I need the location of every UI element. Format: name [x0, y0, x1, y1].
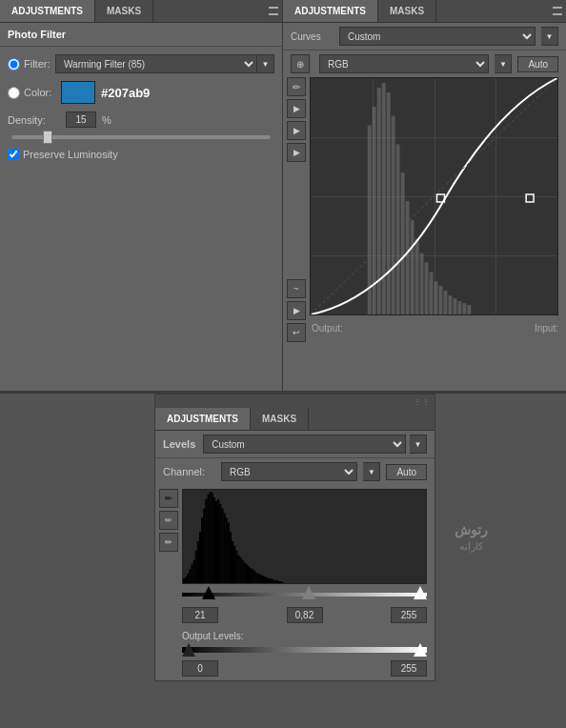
input-label: Input:	[535, 323, 558, 334]
svg-rect-57	[248, 566, 250, 583]
black-point-thumb[interactable]	[202, 586, 215, 599]
svg-rect-20	[462, 303, 466, 314]
right-panel-tabs: ADJUSTMENTS MASKS	[283, 0, 566, 23]
curves-preset-select[interactable]: Custom	[339, 27, 536, 46]
eyedropper-black[interactable]: ▶	[287, 99, 306, 118]
filter-radio-label[interactable]: Filter:	[8, 58, 55, 71]
svg-rect-14	[435, 281, 438, 314]
svg-rect-25	[183, 578, 185, 583]
tab-masks-left[interactable]: MASKS	[95, 0, 153, 22]
output-white-thumb[interactable]	[414, 643, 427, 657]
svg-rect-50	[233, 546, 235, 583]
filter-dropdown-arrow[interactable]: ▼	[257, 54, 274, 73]
svg-rect-30	[193, 560, 195, 584]
output-levels-label: Output Levels:	[182, 631, 427, 641]
svg-rect-46	[226, 517, 228, 583]
density-input[interactable]	[66, 111, 96, 128]
input-slider[interactable]	[182, 586, 427, 603]
output-black-thumb[interactable]	[182, 643, 195, 657]
svg-rect-10	[415, 239, 419, 314]
density-slider-track[interactable]	[11, 135, 271, 139]
density-slider-thumb[interactable]	[43, 131, 52, 144]
svg-rect-12	[425, 262, 429, 314]
levels-histogram-svg	[183, 490, 426, 583]
levels-channel-select[interactable]: RGB	[221, 462, 357, 481]
curves-auto-button[interactable]: Auto	[517, 56, 558, 72]
levels-preset-arrow[interactable]: ▼	[410, 435, 427, 454]
curves-dropdown-arrow[interactable]: ▼	[541, 27, 558, 46]
eyedropper-white[interactable]: ▶	[287, 143, 306, 162]
channel-dropdown-arrow[interactable]: ▼	[495, 54, 512, 73]
tab-adjustments-right[interactable]: ADJUSTMENTS	[283, 0, 378, 22]
svg-rect-56	[246, 564, 248, 583]
filter-row: Filter: Warming Filter (85) ▼	[8, 54, 274, 73]
svg-rect-48	[230, 532, 232, 583]
color-swatch[interactable]	[61, 81, 95, 104]
levels-eyedropper-white[interactable]: ✏	[159, 533, 178, 552]
tab-masks-levels[interactable]: MASKS	[251, 408, 309, 430]
svg-rect-54	[242, 560, 244, 584]
input-black-value[interactable]	[182, 607, 218, 623]
tab-masks-right[interactable]: MASKS	[378, 0, 436, 22]
preserve-luminosity-checkbox[interactable]	[8, 149, 19, 160]
svg-rect-52	[237, 556, 239, 583]
svg-rect-21	[467, 305, 471, 314]
output-black-value[interactable]	[182, 660, 218, 677]
levels-drag-bar[interactable]: ⋮⋮	[155, 394, 435, 408]
watermark: رتوش کارانه	[433, 515, 509, 562]
tab-adjustments-left[interactable]: ADJUSTMENTS	[0, 0, 95, 22]
midpoint-thumb[interactable]	[302, 586, 315, 599]
filter-select[interactable]: Warming Filter (85)	[55, 54, 257, 73]
svg-rect-11	[420, 253, 424, 314]
levels-auto-button[interactable]: Auto	[386, 464, 427, 480]
svg-rect-69	[273, 579, 274, 583]
color-radio[interactable]	[8, 87, 20, 99]
svg-text:رتوش: رتوش	[455, 522, 488, 538]
pencil-tool[interactable]: ✏	[287, 77, 306, 96]
svg-rect-32	[197, 541, 199, 583]
curves-graph[interactable]	[310, 77, 558, 315]
eyedropper-gray[interactable]: ▶	[287, 121, 306, 140]
svg-rect-58	[250, 568, 252, 583]
eyedropper-tool2[interactable]: ▶	[287, 301, 306, 320]
left-panel-tabs: ADJUSTMENTS MASKS	[0, 0, 282, 23]
output-slider[interactable]	[182, 643, 427, 657]
svg-rect-44	[221, 509, 223, 583]
panel-handle-left[interactable]	[269, 4, 278, 17]
white-point-thumb[interactable]	[414, 586, 427, 599]
tab-adjustments-levels[interactable]: ADJUSTMENTS	[155, 408, 251, 430]
svg-rect-18	[453, 298, 456, 314]
svg-rect-71	[276, 580, 278, 583]
color-row: Color: #207ab9	[8, 81, 274, 104]
svg-rect-45	[224, 514, 226, 584]
input-gray-value[interactable]	[287, 607, 323, 623]
color-hex-value: #207ab9	[101, 86, 150, 100]
density-label: Density:	[8, 114, 60, 126]
output-white-value[interactable]	[391, 660, 427, 677]
svg-rect-13	[430, 272, 434, 314]
curves-header: Curves Custom ▼	[283, 23, 566, 51]
output-label: Output:	[312, 323, 343, 334]
svg-rect-3	[382, 83, 386, 314]
output-section: Output Levels:	[155, 627, 435, 680]
channel-select[interactable]: RGB	[319, 54, 489, 73]
svg-rect-49	[232, 541, 233, 583]
input-white-value[interactable]	[391, 607, 427, 623]
levels-preset-select[interactable]: Custom	[203, 435, 406, 454]
svg-rect-6	[396, 144, 400, 314]
density-row: Density: %	[8, 111, 274, 128]
curves-tool-icon[interactable]: ⊕	[291, 54, 310, 73]
svg-rect-62	[258, 574, 260, 583]
color-radio-label[interactable]: Color:	[8, 87, 55, 99]
svg-rect-74	[282, 582, 284, 583]
levels-channel-arrow[interactable]: ▼	[363, 462, 380, 481]
svg-rect-47	[228, 522, 230, 583]
channel-label: Channel:	[163, 466, 215, 477]
logo-svg: رتوش کارانه	[437, 517, 504, 560]
reset-tool[interactable]: ↩	[287, 323, 306, 342]
panel-handle-right[interactable]	[553, 4, 562, 17]
filter-radio[interactable]	[8, 58, 20, 71]
levels-eyedropper-black[interactable]: ✏	[159, 489, 178, 508]
levels-eyedropper-gray[interactable]: ✏	[159, 511, 178, 530]
curve-smooth-tool[interactable]: ~	[287, 279, 306, 298]
